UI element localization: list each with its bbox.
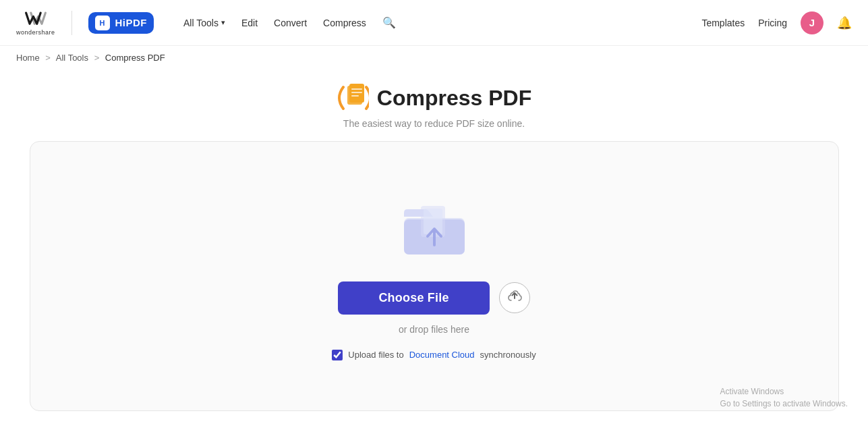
search-icon[interactable]: 🔍 [376, 12, 403, 33]
document-cloud-link[interactable]: Document Cloud [409, 350, 475, 360]
activate-sub: Go to Settings to activate Windows. [720, 398, 848, 410]
wondershare-text: wondershare [16, 29, 55, 36]
nav-templates[interactable]: Templates [701, 18, 745, 28]
choose-file-button[interactable]: Choose File [338, 281, 489, 315]
wondershare-logo-icon [24, 10, 48, 29]
notification-bell-button[interactable]: 🔔 [837, 16, 852, 30]
main-content: Compress PDF The easiest way to reduce P… [0, 70, 868, 411]
page-title: Compress PDF [377, 86, 531, 111]
nav-compress[interactable]: Compress [316, 14, 373, 32]
main-nav: All Tools ▾ Edit Convert Compress 🔍 [177, 12, 403, 33]
folder-icon-wrap [401, 199, 468, 263]
header-divider [71, 11, 72, 35]
chevron-down-icon: ▾ [221, 18, 225, 27]
upload-actions: Choose File [338, 281, 529, 315]
wondershare-logo[interactable]: wondershare [16, 10, 55, 36]
activate-watermark: Activate Windows Go to Settings to activ… [720, 385, 848, 410]
page-title-row: Compress PDF [337, 83, 531, 113]
header: wondershare H HiPDF All Tools ▾ Edit Con… [0, 0, 868, 46]
breadcrumb-sep2: > [94, 53, 100, 63]
page-title-area: Compress PDF The easiest way to reduce P… [337, 83, 531, 129]
upload-checkbox-row: Upload files to Document Cloud synchrono… [332, 350, 536, 360]
folder-upload-icon [401, 199, 468, 260]
nav-edit[interactable]: Edit [235, 14, 264, 32]
cloud-upload-icon [507, 289, 522, 307]
compress-pdf-icon [337, 83, 369, 113]
checkbox-label-prefix: Upload files to [348, 350, 403, 360]
breadcrumb-current: Compress PDF [105, 53, 165, 63]
nav-pricing[interactable]: Pricing [758, 18, 787, 28]
hipdf-badge[interactable]: H HiPDF [88, 12, 154, 34]
document-cloud-checkbox[interactable] [332, 350, 343, 360]
nav-all-tools[interactable]: All Tools ▾ [177, 14, 232, 32]
breadcrumb-home[interactable]: Home [16, 53, 40, 63]
nav-convert[interactable]: Convert [267, 14, 314, 32]
hipdf-icon: H [95, 16, 110, 30]
activate-title: Activate Windows [720, 385, 848, 398]
breadcrumb-all-tools[interactable]: All Tools [56, 53, 88, 63]
breadcrumb-sep1: > [45, 53, 51, 63]
logo-area: wondershare H HiPDF [16, 10, 154, 36]
page-subtitle: The easiest way to reduce PDF size onlin… [343, 118, 525, 129]
bell-icon: 🔔 [837, 16, 852, 30]
avatar[interactable]: J [801, 11, 823, 34]
drop-hint: or drop files here [399, 324, 469, 335]
upload-box: Choose File or drop files here Upload fi… [30, 141, 839, 411]
checkbox-label-suffix: synchronously [480, 350, 536, 360]
hipdf-label: HiPDF [115, 17, 148, 28]
breadcrumb: Home > All Tools > Compress PDF [0, 46, 868, 70]
header-right: Templates Pricing J 🔔 [701, 11, 852, 34]
cloud-upload-button[interactable] [499, 282, 530, 313]
